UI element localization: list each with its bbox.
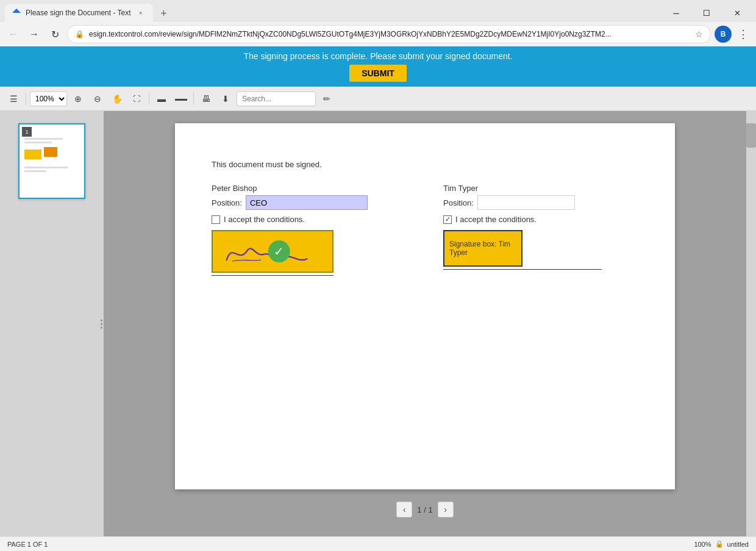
annotate-button[interactable]: ✏ xyxy=(318,90,335,107)
submit-button[interactable]: SUBMIT xyxy=(349,65,407,82)
lock-icon: 🔒 xyxy=(75,30,84,38)
zoom-select[interactable]: 100% 50% 75% 125% 150% 200% xyxy=(30,92,67,106)
tab-title: Please sign the Document - Text xyxy=(26,9,131,17)
browser-menu-button[interactable]: ⋮ xyxy=(735,25,751,43)
signer2-position-label: Position: xyxy=(443,198,474,207)
status-page-info: PAGE 1 OF 1 xyxy=(7,541,48,548)
active-tab[interactable]: Please sign the Document - Text × xyxy=(5,4,153,22)
sidebar-toggle-button[interactable]: ☰ xyxy=(5,90,22,107)
address-bar[interactable]: 🔒 esign.textcontrol.com/review/sign/MDFl… xyxy=(67,25,711,43)
pagination: ‹ 1 / 1 › xyxy=(396,502,453,517)
maximize-button[interactable]: ☐ xyxy=(693,4,721,22)
signer2-signature-box-text: Signature box: Tim Typer xyxy=(449,240,516,257)
signer1-conditions-label: I accept the conditions. xyxy=(224,215,305,224)
page-indicator: 1 / 1 xyxy=(417,505,432,514)
status-bar: PAGE 1 OF 1 100% 🔒 untitled xyxy=(0,536,756,551)
back-button[interactable]: ← xyxy=(5,26,22,43)
tab-bar: Please sign the Document - Text × + ─ ☐ … xyxy=(0,0,756,22)
zoom-in-button[interactable]: ⊕ xyxy=(70,90,87,107)
window-controls: ─ ☐ ✕ xyxy=(662,4,751,22)
signing-message: The signing process is complete. Please … xyxy=(5,51,751,61)
signer2-position-input[interactable] xyxy=(477,195,575,210)
signer1-name: Peter Bishop xyxy=(212,184,407,193)
check-circle-icon: ✓ xyxy=(268,240,290,262)
fullscreen-button[interactable]: ⛶ xyxy=(128,90,145,107)
page-thumbnail[interactable]: 1 xyxy=(18,123,85,199)
signer2-conditions-row: ✓ I accept the conditions. xyxy=(443,215,638,224)
document-page: This document must be signed. Peter Bish… xyxy=(175,123,675,489)
signer2-block: Tim Typer Position: ✓ I accept the condi… xyxy=(443,184,638,276)
signer1-checkbox[interactable] xyxy=(212,215,220,224)
signer1-conditions-row: I accept the conditions. xyxy=(212,215,407,224)
signers-row: Peter Bishop Position: I accept the cond… xyxy=(212,184,638,276)
address-bar-row: ← → ↻ 🔒 esign.textcontrol.com/review/sig… xyxy=(0,22,756,46)
signer2-conditions-label: I accept the conditions. xyxy=(455,215,537,224)
signer1-position-label: Position: xyxy=(212,198,242,207)
prev-page-button[interactable]: ‹ xyxy=(396,502,412,517)
page-thumbnail-wrapper: 1 xyxy=(18,123,85,199)
status-lock-icon: 🔒 xyxy=(715,540,724,548)
two-page-button[interactable]: ▬▬ xyxy=(173,90,190,107)
tab-favicon xyxy=(12,9,21,17)
signer1-position-row: Position: xyxy=(212,195,407,210)
document-toolbar: ☰ 100% 50% 75% 125% 150% 200% ⊕ ⊖ ✋ ⛶ ▬ … xyxy=(0,87,756,111)
resize-handle[interactable] xyxy=(99,317,104,331)
single-page-button[interactable]: ▬ xyxy=(153,90,170,107)
document-intro-text: This document must be signed. xyxy=(212,160,638,169)
print-button[interactable]: 🖶 xyxy=(198,90,215,107)
signer1-block: Peter Bishop Position: I accept the cond… xyxy=(212,184,407,276)
next-page-button[interactable]: › xyxy=(438,502,454,517)
status-filename: untitled xyxy=(727,541,749,548)
right-scrollbar[interactable] xyxy=(746,111,756,536)
document-viewer: This document must be signed. Peter Bish… xyxy=(104,111,746,536)
signer2-name: Tim Typer xyxy=(443,184,638,193)
new-tab-button[interactable]: + xyxy=(155,5,173,22)
signing-banner: The signing process is complete. Please … xyxy=(0,46,756,87)
signed-checkmark-overlay: ✓ xyxy=(268,240,290,262)
profile-button[interactable]: B xyxy=(715,26,732,43)
status-zoom: 100% xyxy=(694,541,711,548)
signer1-signature-area[interactable]: ✓ xyxy=(212,230,333,273)
signer2-position-row: Position: xyxy=(443,195,638,210)
page-number-badge: 1 xyxy=(22,127,32,137)
zoom-out-button[interactable]: ⊖ xyxy=(89,90,106,107)
search-input[interactable] xyxy=(237,92,316,106)
hand-tool-button[interactable]: ✋ xyxy=(109,90,126,107)
toolbar-divider-2 xyxy=(149,93,149,105)
download-button[interactable]: ⬇ xyxy=(217,90,234,107)
url-text: esign.textcontrol.com/review/sign/MDFlM2… xyxy=(89,30,690,38)
thumbnail-sidebar: 1 xyxy=(0,111,104,536)
main-area: 1 This document must be xyxy=(0,111,756,536)
signer2-signature-box[interactable]: Signature box: Tim Typer xyxy=(443,230,522,267)
refresh-button[interactable]: ↻ xyxy=(46,26,63,43)
signer2-checkbox[interactable]: ✓ xyxy=(443,215,452,224)
bookmark-icon[interactable]: ☆ xyxy=(695,29,703,39)
status-right: 100% 🔒 untitled xyxy=(694,540,749,548)
toolbar-divider-1 xyxy=(26,93,26,105)
toolbar-divider-3 xyxy=(193,93,194,105)
close-window-button[interactable]: ✕ xyxy=(723,4,751,22)
signer2-signature-line xyxy=(443,269,602,270)
signer1-signature-line xyxy=(212,275,333,276)
signer1-position-input[interactable] xyxy=(246,195,368,210)
tab-close-button[interactable]: × xyxy=(136,8,146,18)
forward-button[interactable]: → xyxy=(26,26,43,43)
minimize-button[interactable]: ─ xyxy=(662,4,690,22)
